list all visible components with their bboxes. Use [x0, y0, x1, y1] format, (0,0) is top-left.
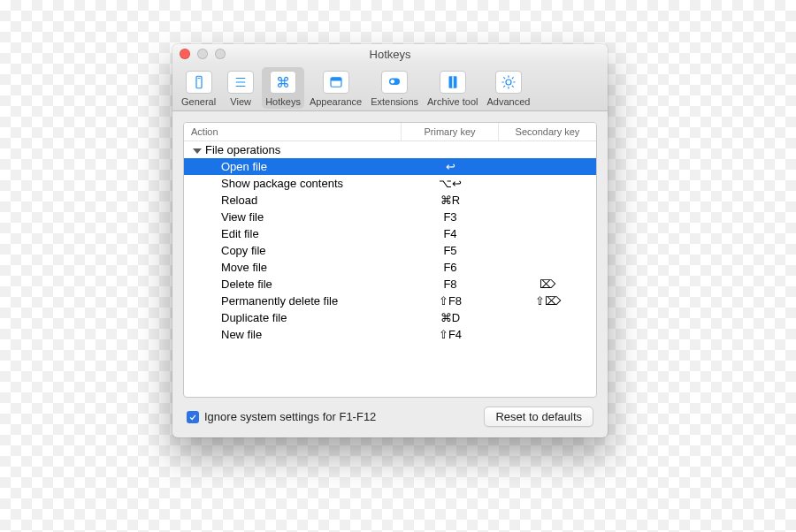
- reset-defaults-button[interactable]: Reset to defaults: [484, 407, 593, 427]
- tab-label: Archive tool: [427, 96, 478, 107]
- extensions-icon: [381, 71, 408, 94]
- column-header-action[interactable]: Action: [184, 123, 402, 141]
- table-row[interactable]: Copy fileF5: [184, 242, 596, 259]
- footer: Ignore system settings for F1-F12 Reset …: [183, 398, 597, 429]
- cell-primary: ↩: [402, 159, 499, 174]
- cell-secondary: ⌦: [499, 277, 596, 292]
- cell-primary: ⇧F8: [402, 293, 499, 308]
- cell-secondary: [499, 166, 596, 168]
- tab-label: Hotkeys: [265, 96, 301, 107]
- tab-label: View: [230, 96, 251, 107]
- appearance-icon: [323, 71, 349, 94]
- preferences-toolbar: General View ⌘ Hotkeys Appearance Extens…: [172, 64, 608, 111]
- tab-label: Appearance: [310, 96, 362, 107]
- preferences-window: Hotkeys General View ⌘ Hotkeys Appearan: [172, 44, 608, 437]
- disclosure-triangle-icon: [193, 148, 202, 154]
- cell-secondary: [499, 183, 596, 185]
- table-row[interactable]: Open file↩: [184, 158, 596, 175]
- svg-line-20: [512, 77, 514, 79]
- cell-primary: ⌥↩: [402, 176, 499, 191]
- cell-secondary: [499, 200, 596, 201]
- table-row[interactable]: Show package contents⌥↩: [184, 175, 596, 192]
- tab-appearance[interactable]: Appearance: [306, 67, 365, 109]
- group-row-file-operations[interactable]: File operations: [184, 141, 596, 158]
- tab-label: Extensions: [371, 96, 418, 107]
- cell-secondary: [499, 217, 596, 218]
- tab-general[interactable]: General: [178, 67, 219, 109]
- cell-action: Copy file: [184, 243, 402, 258]
- table-row[interactable]: New file⇧F4: [184, 326, 596, 343]
- table-body[interactable]: File operationsOpen file↩Show package co…: [184, 141, 596, 397]
- cell-action: Reload: [184, 193, 402, 208]
- svg-rect-6: [331, 78, 341, 81]
- cell-action: Show package contents: [184, 176, 402, 191]
- ignore-fkeys-checkbox[interactable]: Ignore system settings for F1-F12: [187, 410, 376, 423]
- cell-primary: ⌘D: [402, 310, 499, 325]
- cell-primary: ⌘R: [402, 193, 499, 208]
- table-row[interactable]: Delete fileF8⌦: [184, 276, 596, 293]
- svg-rect-1: [197, 78, 200, 79]
- window-title: Hotkeys: [172, 48, 608, 61]
- content-area: Action Primary key Secondary key File op…: [172, 111, 608, 437]
- cell-primary: F3: [402, 209, 499, 224]
- cell-primary: ⇧F4: [402, 327, 499, 342]
- tab-label: Advanced: [487, 96, 531, 107]
- advanced-icon: [495, 71, 522, 94]
- cell-action: Permanently delete file: [184, 293, 402, 308]
- table-row[interactable]: Move fileF6: [184, 259, 596, 276]
- cell-primary: F6: [402, 260, 499, 275]
- svg-point-8: [391, 80, 395, 84]
- cell-action: View file: [184, 209, 402, 224]
- general-icon: [186, 71, 212, 94]
- table-row[interactable]: Permanently delete file⇧F8⇧⌦: [184, 293, 596, 309]
- cell-secondary: [499, 334, 596, 336]
- column-header-secondary[interactable]: Secondary key: [499, 123, 596, 141]
- cell-secondary: ⇧⌦: [499, 293, 596, 308]
- cell-primary: F8: [402, 277, 499, 292]
- column-header-primary[interactable]: Primary key: [402, 123, 499, 141]
- hotkeys-table: Action Primary key Secondary key File op…: [183, 122, 597, 398]
- titlebar: Hotkeys: [172, 44, 608, 64]
- table-row[interactable]: Edit fileF4: [184, 225, 596, 242]
- cell-secondary: [499, 317, 596, 319]
- cell-action: Edit file: [184, 226, 402, 241]
- view-icon: [227, 71, 254, 94]
- table-row[interactable]: Duplicate file⌘D: [184, 309, 596, 326]
- tab-extensions[interactable]: Extensions: [367, 67, 422, 109]
- tab-advanced[interactable]: Advanced: [484, 67, 534, 109]
- cell-primary: F5: [402, 243, 499, 258]
- cell-action: Open file: [184, 159, 402, 174]
- tab-label: General: [181, 96, 216, 107]
- cell-secondary: [499, 233, 596, 235]
- archive-icon: [440, 71, 466, 94]
- tab-hotkeys[interactable]: ⌘ Hotkeys: [262, 67, 304, 109]
- group-label: File operations: [205, 143, 280, 156]
- cell-secondary: [499, 250, 596, 252]
- checkbox-label: Ignore system settings for F1-F12: [204, 410, 376, 423]
- cell-action: New file: [184, 327, 402, 342]
- svg-line-18: [512, 86, 514, 87]
- cell-secondary: [499, 267, 596, 269]
- table-header: Action Primary key Secondary key: [184, 123, 596, 141]
- cell-primary: F4: [402, 226, 499, 241]
- hotkeys-icon: ⌘: [270, 71, 296, 94]
- svg-point-12: [506, 80, 511, 85]
- checkbox-box-icon: [187, 411, 199, 423]
- table-row[interactable]: View fileF3: [184, 209, 596, 225]
- cell-action: Duplicate file: [184, 310, 402, 325]
- svg-line-19: [503, 86, 505, 87]
- table-row[interactable]: Reload⌘R: [184, 192, 596, 209]
- tab-archive-tool[interactable]: Archive tool: [424, 67, 481, 109]
- cell-action: Delete file: [184, 277, 402, 292]
- cell-action: Move file: [184, 260, 402, 275]
- tab-view[interactable]: View: [221, 67, 260, 109]
- svg-line-17: [503, 77, 505, 79]
